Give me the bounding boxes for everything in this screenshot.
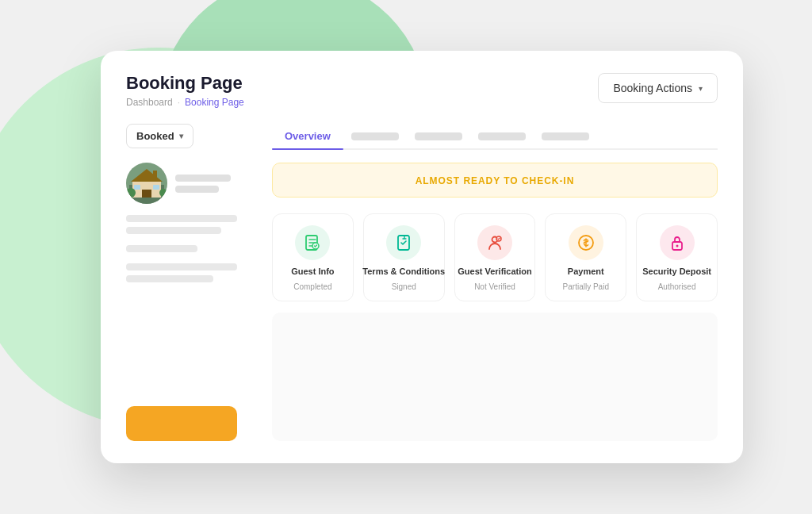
deposit-status: Authorised bbox=[658, 282, 696, 291]
status-cards: Guest Info Completed Terms & Conditions … bbox=[272, 213, 718, 301]
status-card-guest-info[interactable]: Guest Info Completed bbox=[272, 213, 354, 301]
terms-status: Signed bbox=[392, 282, 416, 291]
alert-banner: ALMOST READY TO CHECK-IN bbox=[272, 163, 718, 198]
status-card-terms[interactable]: Terms & Conditions Signed bbox=[363, 213, 445, 301]
svg-point-16 bbox=[676, 245, 678, 247]
content-area bbox=[272, 313, 718, 441]
window-card: Booking Page Dashboard · Booking Page Bo… bbox=[101, 51, 743, 463]
info-line-2 bbox=[126, 227, 221, 234]
status-card-verification[interactable]: Guest Verification Not Verified bbox=[454, 213, 536, 301]
guest-info-label: Guest Info bbox=[291, 267, 334, 276]
alert-text: ALMOST READY TO CHECK-IN bbox=[416, 175, 575, 186]
avatar bbox=[126, 163, 167, 204]
verification-status: Not Verified bbox=[474, 282, 515, 291]
deposit-icon bbox=[660, 225, 695, 260]
tabs-bar: Overview bbox=[272, 124, 718, 150]
tab-placeholder-2[interactable] bbox=[415, 132, 462, 140]
guest-name-lines bbox=[175, 175, 231, 193]
tab-placeholder-4[interactable] bbox=[542, 132, 589, 140]
status-chevron-icon: ▾ bbox=[179, 132, 183, 140]
avatar-image bbox=[126, 163, 167, 204]
info-line-1 bbox=[126, 215, 237, 222]
status-dropdown[interactable]: Booked ▾ bbox=[126, 124, 193, 148]
guest-info-icon bbox=[295, 225, 330, 260]
info-line-3 bbox=[126, 245, 197, 252]
booking-actions-label: Booking Actions bbox=[613, 82, 692, 94]
primary-action-button[interactable] bbox=[126, 406, 237, 441]
svg-rect-5 bbox=[134, 185, 140, 190]
status-label: Booked bbox=[136, 130, 174, 142]
svg-point-9 bbox=[159, 189, 167, 197]
verification-label: Guest Verification bbox=[458, 267, 532, 276]
breadcrumb-separator: · bbox=[178, 97, 180, 108]
main-content: Overview ALMOST READY TO CHECK-IN bbox=[272, 124, 718, 441]
header-left: Booking Page Dashboard · Booking Page bbox=[126, 73, 244, 108]
chevron-down-icon: ▾ bbox=[699, 84, 703, 93]
booking-actions-button[interactable]: Booking Actions ▾ bbox=[598, 73, 718, 103]
sidebar-info-1 bbox=[126, 215, 253, 234]
verification-icon bbox=[477, 225, 512, 260]
guest-info-status: Completed bbox=[293, 282, 331, 291]
header: Booking Page Dashboard · Booking Page Bo… bbox=[101, 51, 743, 108]
tab-placeholder-1[interactable] bbox=[351, 132, 399, 140]
info-line-4 bbox=[126, 263, 237, 270]
svg-point-8 bbox=[126, 188, 136, 198]
sidebar-info-2 bbox=[126, 245, 253, 252]
name-line-2 bbox=[175, 186, 219, 193]
breadcrumb-dashboard[interactable]: Dashboard bbox=[126, 97, 173, 108]
tab-overview[interactable]: Overview bbox=[272, 124, 343, 148]
payment-icon bbox=[569, 225, 603, 260]
svg-rect-4 bbox=[142, 190, 151, 198]
terms-label: Terms & Conditions bbox=[362, 267, 445, 276]
page-title: Booking Page bbox=[126, 73, 244, 94]
tab-placeholder-3[interactable] bbox=[478, 132, 526, 140]
guest-avatar-row bbox=[126, 163, 253, 204]
sidebar-info-3 bbox=[126, 263, 253, 282]
status-card-payment[interactable]: Payment Partially Paid bbox=[545, 213, 626, 301]
status-card-deposit[interactable]: Security Deposit Authorised bbox=[636, 213, 718, 301]
deposit-label: Security Deposit bbox=[642, 267, 711, 276]
payment-status: Partially Paid bbox=[563, 282, 609, 291]
name-line-1 bbox=[175, 175, 231, 182]
svg-rect-6 bbox=[153, 185, 159, 190]
breadcrumb: Dashboard · Booking Page bbox=[126, 97, 244, 108]
body-layout: Booked ▾ bbox=[101, 108, 743, 463]
info-line-5 bbox=[126, 275, 213, 282]
sidebar: Booked ▾ bbox=[126, 124, 253, 441]
terms-icon bbox=[386, 225, 421, 260]
breadcrumb-current[interactable]: Booking Page bbox=[185, 97, 244, 108]
svg-rect-7 bbox=[153, 171, 157, 178]
payment-label: Payment bbox=[568, 267, 604, 276]
